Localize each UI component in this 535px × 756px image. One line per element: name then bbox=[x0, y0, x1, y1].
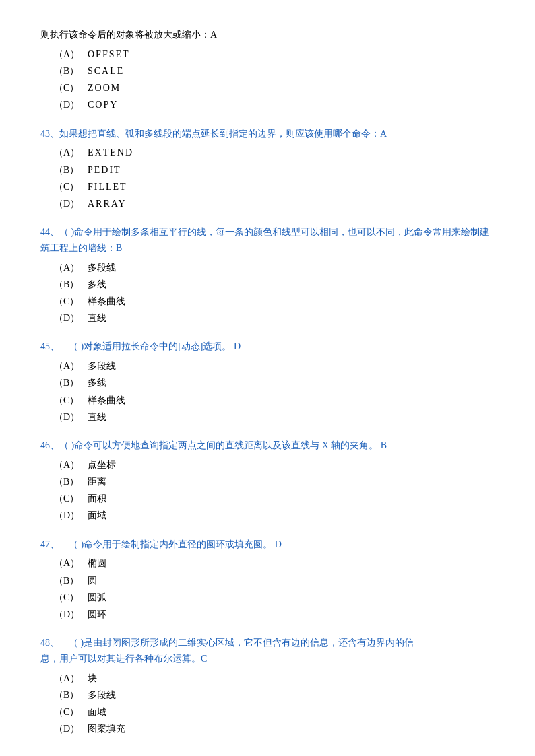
option-text: 样条曲线 bbox=[88, 293, 125, 310]
option-text: 图案填充 bbox=[88, 720, 125, 737]
option-label: （A） bbox=[54, 46, 88, 63]
option-row: （A）OFFSET bbox=[54, 46, 495, 63]
questions-container: 43、如果想把直线、弧和多线段的端点延长到指定的边界，则应该使用哪个命令：A（A… bbox=[40, 126, 495, 738]
option-text: 圆弧 bbox=[88, 589, 106, 606]
option-text: SCALE bbox=[88, 63, 124, 79]
option-row: （A）多段线 bbox=[54, 357, 495, 374]
question-title-q43: 43、如果想把直线、弧和多线段的端点延长到指定的边界，则应该使用哪个命令：A bbox=[40, 126, 495, 142]
option-text: 直线 bbox=[88, 409, 106, 425]
option-row: （C）面积 bbox=[54, 490, 495, 507]
option-row: （A）椭圆 bbox=[54, 555, 495, 572]
options-q45: （A）多段线（B）多线（C）样条曲线（D）直线 bbox=[40, 357, 495, 425]
option-text: 块 bbox=[88, 670, 97, 687]
option-row: （B）圆 bbox=[54, 572, 495, 589]
question-block-q48: 48、 （ )是由封闭图形所形成的二维实心区域，它不但含有边的信息，还含有边界内… bbox=[40, 635, 495, 737]
question-block-q46: 46、（ )命令可以方便地查询指定两点之间的直线距离以及该直线与 X 轴的夹角。… bbox=[40, 438, 495, 524]
option-row: （D）面域 bbox=[54, 507, 495, 524]
option-row: （C）圆弧 bbox=[54, 589, 495, 606]
option-text: PEDIT bbox=[88, 162, 121, 178]
question-title-q47: 47、 （ )命令用于绘制指定内外直径的圆环或填充圆。 D bbox=[40, 537, 495, 553]
option-label: （A） bbox=[54, 357, 88, 374]
option-row: （D）COPY bbox=[54, 96, 495, 113]
option-label: （D） bbox=[54, 720, 88, 737]
option-text: COPY bbox=[88, 96, 118, 113]
option-text: 圆 bbox=[88, 572, 97, 589]
option-label: （A） bbox=[54, 144, 88, 161]
question-block-q44: 44、（ )命令用于绘制多条相互平行的线，每一条的颜色和线型可以相同，也可以不同… bbox=[40, 224, 495, 327]
option-label: （A） bbox=[54, 670, 88, 687]
question-title-q46: 46、（ )命令可以方便地查询指定两点之间的直线距离以及该直线与 X 轴的夹角。… bbox=[40, 438, 495, 454]
options-q44: （A）多段线（B）多线（C）样条曲线（D）直线 bbox=[40, 259, 495, 327]
intro-block: 则执行该命令后的对象将被放大或缩小：A （A）OFFSET（B）SCALE（C）… bbox=[40, 27, 495, 114]
option-row: （A）点坐标 bbox=[54, 456, 495, 473]
option-label: （C） bbox=[54, 703, 88, 720]
option-label: （A） bbox=[54, 456, 88, 473]
option-row: （A）块 bbox=[54, 670, 495, 687]
option-text: 圆环 bbox=[88, 606, 106, 623]
option-row: （C）面域 bbox=[54, 703, 495, 720]
option-label: （C） bbox=[54, 79, 88, 96]
option-label: （B） bbox=[54, 473, 88, 490]
option-label: （D） bbox=[54, 606, 88, 623]
option-text: ARRAY bbox=[88, 195, 127, 212]
question-title-q48: 48、 （ )是由封闭图形所形成的二维实心区域，它不但含有边的信息，还含有边界内… bbox=[40, 635, 495, 667]
option-label: （D） bbox=[54, 96, 88, 113]
options-q48: （A）块（B）多段线（C）面域（D）图案填充 bbox=[40, 670, 495, 738]
option-row: （C）ZOOM bbox=[54, 79, 495, 96]
option-text: 多段线 bbox=[88, 687, 116, 703]
option-text: 直线 bbox=[88, 310, 106, 327]
option-label: （D） bbox=[54, 195, 88, 212]
option-label: （B） bbox=[54, 276, 88, 293]
option-row: （B）多段线 bbox=[54, 687, 495, 703]
question-title-q44: 44、（ )命令用于绘制多条相互平行的线，每一条的颜色和线型可以相同，也可以不同… bbox=[40, 224, 495, 256]
option-text: ZOOM bbox=[88, 79, 121, 96]
option-label: （B） bbox=[54, 63, 88, 79]
question-title-q45: 45、 （ )对象适用拉长命令中的[动态]选项。 D bbox=[40, 339, 495, 355]
intro-text: 则执行该命令后的对象将被放大或缩小：A bbox=[40, 27, 495, 43]
option-label: （B） bbox=[54, 162, 88, 178]
option-row: （B）PEDIT bbox=[54, 162, 495, 178]
option-row: （D）直线 bbox=[54, 310, 495, 327]
options-q46: （A）点坐标（B）距离（C）面积（D）面域 bbox=[40, 456, 495, 524]
option-row: （B）SCALE bbox=[54, 63, 495, 79]
option-text: FILLET bbox=[88, 178, 127, 195]
option-row: （D）图案填充 bbox=[54, 720, 495, 737]
options-q47: （A）椭圆（B）圆（C）圆弧（D）圆环 bbox=[40, 555, 495, 623]
option-label: （B） bbox=[54, 374, 88, 391]
option-row: （B）距离 bbox=[54, 473, 495, 490]
option-text: 点坐标 bbox=[88, 456, 116, 473]
option-row: （C）样条曲线 bbox=[54, 392, 495, 409]
option-label: （B） bbox=[54, 687, 88, 703]
option-label: （A） bbox=[54, 259, 88, 276]
option-row: （D）圆环 bbox=[54, 606, 495, 623]
option-text: 面域 bbox=[88, 703, 106, 720]
options-q43: （A）EXTEND（B）PEDIT（C）FILLET（D）ARRAY bbox=[40, 144, 495, 212]
option-label: （D） bbox=[54, 310, 88, 327]
option-row: （C）FILLET bbox=[54, 178, 495, 195]
option-text: 多段线 bbox=[88, 259, 116, 276]
option-text: 多线 bbox=[88, 374, 106, 391]
option-text: 距离 bbox=[88, 473, 106, 490]
option-row: （D）直线 bbox=[54, 409, 495, 425]
option-label: （C） bbox=[54, 589, 88, 606]
option-label: （B） bbox=[54, 572, 88, 589]
option-text: OFFSET bbox=[88, 46, 130, 63]
option-label: （A） bbox=[54, 555, 88, 572]
option-text: 椭圆 bbox=[88, 555, 106, 572]
option-label: （C） bbox=[54, 490, 88, 507]
option-text: 面域 bbox=[88, 507, 106, 524]
intro-options: （A）OFFSET（B）SCALE（C）ZOOM（D）COPY bbox=[40, 46, 495, 114]
option-text: EXTEND bbox=[88, 144, 133, 161]
option-label: （C） bbox=[54, 392, 88, 409]
option-label: （C） bbox=[54, 178, 88, 195]
question-block-q47: 47、 （ )命令用于绘制指定内外直径的圆环或填充圆。 D（A）椭圆（B）圆（C… bbox=[40, 537, 495, 623]
option-row: （A）多段线 bbox=[54, 259, 495, 276]
option-row: （D）ARRAY bbox=[54, 195, 495, 212]
option-label: （D） bbox=[54, 409, 88, 425]
option-text: 面积 bbox=[88, 490, 106, 507]
option-label: （D） bbox=[54, 507, 88, 524]
option-row: （B）多线 bbox=[54, 276, 495, 293]
option-label: （C） bbox=[54, 293, 88, 310]
option-text: 多段线 bbox=[88, 357, 116, 374]
option-text: 多线 bbox=[88, 276, 106, 293]
